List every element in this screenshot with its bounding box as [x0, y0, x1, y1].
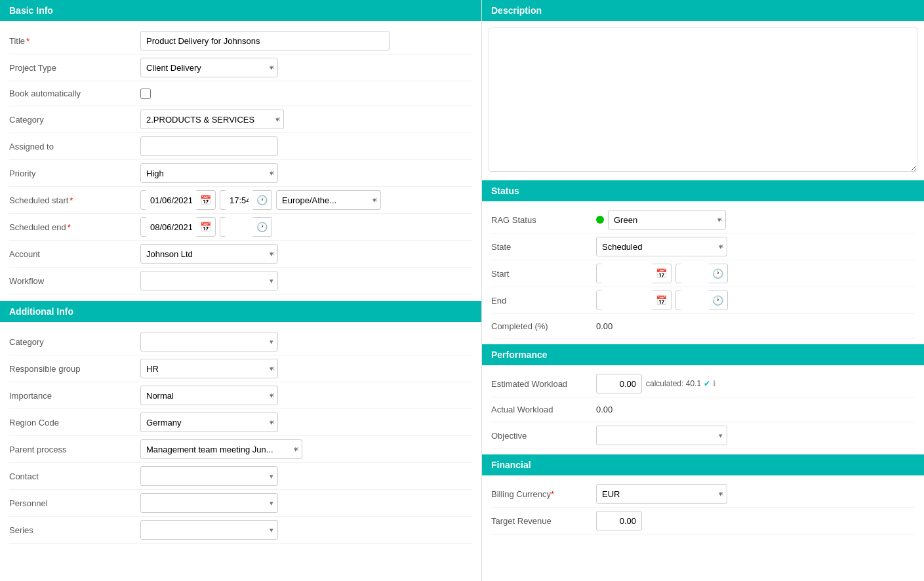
- billing-currency-clear[interactable]: ×: [717, 489, 727, 498]
- series-select-wrapper[interactable]: ▾: [140, 520, 278, 540]
- actual-workload-label: Actual Workload: [491, 405, 596, 414]
- rag-status-clear[interactable]: ×: [715, 215, 725, 224]
- billing-currency-select-wrapper[interactable]: EUR × ▾: [596, 484, 727, 504]
- basic-info-header: Basic Info: [0, 0, 481, 21]
- scheduled-end-row: Scheduled end* 📅 🕐: [9, 214, 472, 241]
- description-area: [482, 21, 924, 180]
- end-date-input[interactable]: [601, 290, 653, 310]
- timezone-clear[interactable]: ×: [371, 195, 380, 205]
- account-select[interactable]: Johnson Ltd: [141, 247, 268, 262]
- rag-status-select[interactable]: Green Amber Red: [609, 212, 715, 228]
- personnel-select[interactable]: [141, 496, 277, 511]
- scheduled-start-clock-icon[interactable]: 🕐: [256, 195, 268, 205]
- series-label: Series: [9, 525, 140, 535]
- priority-clear[interactable]: ×: [268, 169, 277, 178]
- parent-process-select-wrapper[interactable]: Management team meeting Jun... × ▾: [140, 439, 302, 459]
- contact-select[interactable]: [141, 469, 277, 484]
- region-code-clear[interactable]: ×: [268, 418, 277, 427]
- importance-select[interactable]: Normal High Low: [141, 388, 268, 403]
- description-textarea[interactable]: [489, 28, 917, 172]
- project-type-select-wrapper[interactable]: Client Delivery × ▾: [140, 58, 278, 77]
- responsible-group-field: HR × ▾: [140, 359, 472, 378]
- completed-row: Completed (%) 0.00: [491, 314, 915, 339]
- end-date-wrap: 📅: [596, 290, 672, 310]
- parent-process-select[interactable]: Management team meeting Jun...: [141, 442, 292, 457]
- importance-field: Normal High Low × ▾: [140, 386, 472, 405]
- state-field: Scheduled × ▾: [596, 237, 915, 256]
- assigned-to-input[interactable]: [140, 136, 278, 156]
- state-select-wrapper[interactable]: Scheduled × ▾: [596, 237, 727, 256]
- account-field: Johnson Ltd × ▾: [140, 244, 472, 264]
- start-calendar-icon[interactable]: 📅: [656, 268, 667, 279]
- priority-select[interactable]: High Normal Low: [141, 166, 268, 181]
- region-code-row: Region Code Germany × ▾: [9, 409, 472, 436]
- state-select[interactable]: Scheduled: [597, 239, 717, 254]
- importance-clear[interactable]: ×: [268, 391, 277, 400]
- scheduled-end-datetime: 📅 🕐: [140, 217, 472, 237]
- calculated-info: calculated: 40.1 ✔ ℹ: [646, 379, 716, 388]
- category-select-wrapper[interactable]: 2.PRODUCTS & SERVICES × ▾: [140, 110, 284, 129]
- responsible-group-select-wrapper[interactable]: HR × ▾: [140, 359, 278, 378]
- responsible-group-select[interactable]: HR: [141, 361, 268, 376]
- responsible-group-clear[interactable]: ×: [268, 364, 277, 373]
- objective-select[interactable]: [597, 428, 727, 443]
- priority-select-wrapper[interactable]: High Normal Low × ▾: [140, 163, 278, 183]
- workflow-select-wrapper[interactable]: ▾: [140, 271, 278, 290]
- scheduled-end-clock-icon[interactable]: 🕐: [256, 222, 268, 232]
- scheduled-start-calendar-icon[interactable]: 📅: [200, 195, 211, 205]
- state-clear[interactable]: ×: [717, 242, 727, 251]
- rag-status-select-wrapper[interactable]: Green Amber Red × ▾: [608, 210, 726, 230]
- estimated-workload-label: Estimated Workload: [491, 379, 596, 389]
- objective-select-wrapper[interactable]: ▾: [596, 426, 727, 445]
- account-clear[interactable]: ×: [268, 249, 277, 258]
- rag-status-field: Green Amber Red × ▾: [596, 210, 915, 230]
- account-select-wrapper[interactable]: Johnson Ltd × ▾: [140, 244, 278, 264]
- scheduled-end-calendar-icon[interactable]: 📅: [200, 222, 211, 232]
- timezone-select[interactable]: Europe/Athe...: [277, 193, 371, 208]
- add-category-select-wrapper[interactable]: ▾: [140, 332, 278, 351]
- book-auto-checkbox-wrapper: [140, 89, 472, 99]
- personnel-row: Personnel ▾: [9, 490, 472, 517]
- contact-select-wrapper[interactable]: ▾: [140, 466, 278, 486]
- end-row: End 📅 🕐: [491, 287, 915, 314]
- scheduled-start-date-wrap: 📅: [140, 190, 216, 210]
- title-field: [140, 31, 472, 50]
- timezone-select-wrapper[interactable]: Europe/Athe... × ▾: [276, 190, 381, 210]
- start-time-input[interactable]: [680, 264, 710, 283]
- project-type-clear[interactable]: ×: [268, 63, 277, 72]
- project-type-select[interactable]: Client Delivery: [141, 60, 268, 75]
- project-type-label: Project Type: [9, 63, 140, 73]
- scheduled-end-date-input[interactable]: [145, 217, 197, 237]
- scheduled-start-time-wrap: 🕐: [220, 190, 272, 210]
- personnel-select-wrapper[interactable]: ▾: [140, 493, 278, 513]
- start-clock-icon[interactable]: 🕐: [712, 268, 723, 279]
- billing-currency-select[interactable]: EUR: [597, 487, 717, 502]
- title-input[interactable]: [140, 31, 390, 50]
- start-date-wrap: 📅: [596, 264, 672, 283]
- region-code-select-wrapper[interactable]: Germany × ▾: [140, 412, 278, 432]
- series-select[interactable]: [141, 523, 277, 538]
- book-auto-checkbox[interactable]: [140, 89, 151, 99]
- estimated-workload-input[interactable]: [596, 374, 642, 393]
- scheduled-start-time-input[interactable]: [224, 190, 254, 210]
- billing-currency-row: Billing Currency* EUR × ▾: [491, 481, 915, 508]
- scheduled-start-row: Scheduled start* 📅 🕐: [9, 187, 472, 214]
- end-calendar-icon[interactable]: 📅: [656, 295, 667, 306]
- category-clear[interactable]: ×: [273, 115, 283, 124]
- add-category-select[interactable]: [141, 334, 277, 350]
- end-clock-icon[interactable]: 🕐: [712, 295, 723, 306]
- scheduled-start-date-input[interactable]: [145, 190, 197, 210]
- series-field: ▾: [140, 520, 472, 540]
- end-time-input[interactable]: [680, 290, 710, 310]
- target-revenue-row: Target Revenue: [491, 508, 915, 534]
- workflow-select[interactable]: [141, 273, 277, 289]
- info-icon[interactable]: ℹ: [713, 379, 716, 388]
- parent-process-clear[interactable]: ×: [292, 445, 302, 454]
- importance-select-wrapper[interactable]: Normal High Low × ▾: [140, 386, 278, 405]
- scheduled-end-time-input[interactable]: [224, 217, 254, 237]
- performance-body: Estimated Workload calculated: 40.1 ✔ ℹ …: [482, 365, 924, 454]
- region-code-select[interactable]: Germany: [141, 415, 268, 430]
- start-date-input[interactable]: [601, 264, 653, 283]
- target-revenue-input[interactable]: [596, 511, 642, 531]
- category-select[interactable]: 2.PRODUCTS & SERVICES: [141, 112, 273, 127]
